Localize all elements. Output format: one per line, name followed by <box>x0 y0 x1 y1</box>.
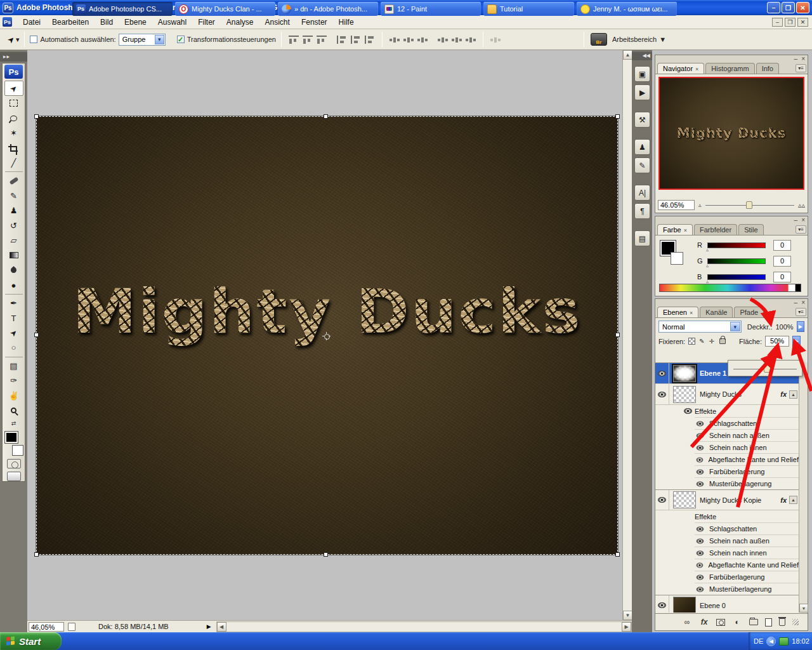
slice-tool[interactable]: ╱ <box>4 156 23 170</box>
tab-stile[interactable]: Stile <box>738 224 763 235</box>
bridge-button[interactable]: Br <box>591 33 607 46</box>
layer-name[interactable]: Mighty Ducks Kopie <box>700 496 761 504</box>
panel-close-icon[interactable]: × <box>801 56 805 62</box>
layer-name[interactable]: Ebene 0 <box>700 602 726 609</box>
eye-icon[interactable] <box>697 433 704 438</box>
eye-icon[interactable] <box>697 469 704 474</box>
document-canvas[interactable]: Mighty Ducks <box>36 116 618 555</box>
new-group-icon[interactable] <box>749 619 758 625</box>
green-channel-value[interactable]: 0 <box>773 256 791 267</box>
collapse-effects-icon[interactable]: ▲ <box>789 390 797 399</box>
slider-thumb[interactable] <box>746 201 752 209</box>
eye-icon[interactable] <box>697 587 704 592</box>
red-channel-slider[interactable]: ▵ <box>707 242 766 248</box>
menu-filter[interactable]: Filter <box>192 16 221 29</box>
scroll-down-icon[interactable]: ▼ <box>799 604 808 613</box>
opacity-slider-arrow[interactable]: ▶ <box>797 321 804 332</box>
distribute-bottom-edges-icon[interactable] <box>417 36 428 44</box>
path-selection-tool[interactable]: ➤ <box>4 326 23 340</box>
panel-close-icon[interactable]: × <box>801 300 805 305</box>
dodge-tool[interactable]: ● <box>4 277 23 292</box>
dropdown-arrow-icon[interactable]: ▾ <box>730 322 740 331</box>
align-top-edges-icon[interactable] <box>289 36 299 44</box>
link-layers-icon[interactable]: ∞ <box>682 618 692 627</box>
transform-handle[interactable] <box>324 114 328 119</box>
eye-icon[interactable] <box>697 445 704 450</box>
tab-histogramm[interactable]: Histogramm <box>705 63 754 74</box>
transform-reference-point[interactable] <box>322 332 331 340</box>
canvas-horizontal-scrollbar[interactable]: ◀ ▶ <box>216 621 632 632</box>
layer-name[interactable]: Ebene 1 <box>700 369 726 377</box>
language-indicator[interactable]: DE <box>754 637 763 645</box>
effects-header-row[interactable]: Effekte <box>655 510 799 522</box>
layer-row-mighty-ducks[interactable]: Mighty Ducks fx ▲ <box>655 384 799 405</box>
menu-datei[interactable]: Datei <box>17 16 46 29</box>
menu-ansicht[interactable]: Ansicht <box>259 16 296 29</box>
distribute-horizontal-centers-icon[interactable] <box>452 36 462 44</box>
zoom-out-icon[interactable]: ▵ <box>698 202 702 208</box>
quick-selection-tool[interactable]: ✶ <box>4 126 23 140</box>
taskbar-item-messenger[interactable]: Jenny M. - ωσяuм ωει... <box>577 2 677 16</box>
scroll-down-icon[interactable]: ▼ <box>623 611 632 620</box>
crop-tool[interactable] <box>4 140 23 155</box>
quick-mask-button[interactable] <box>7 459 21 469</box>
scroll-up-icon[interactable]: ▲ <box>623 50 632 60</box>
shape-tool[interactable]: ○ <box>4 340 23 355</box>
fill-slider-arrow[interactable]: ▶ <box>792 336 801 347</box>
lock-position-icon[interactable]: ✛ <box>709 338 714 345</box>
tray-app-icon[interactable] <box>779 637 789 646</box>
menu-auswahl[interactable]: Auswahl <box>152 16 192 29</box>
lock-transparency-icon[interactable] <box>688 338 695 345</box>
green-channel-slider[interactable]: ▵ <box>707 258 766 264</box>
tool-presets-panel-icon[interactable]: ⚒ <box>634 112 650 128</box>
blue-channel-value[interactable]: 0 <box>773 272 791 282</box>
layer-effect-row[interactable]: Schlagschatten <box>695 417 799 429</box>
doc-close-button[interactable]: ✕ <box>797 18 808 27</box>
clone-stamp-tool[interactable]: ♟ <box>4 203 23 218</box>
background-color-swatch[interactable] <box>13 446 23 455</box>
eye-icon[interactable] <box>697 574 704 580</box>
eye-icon[interactable] <box>684 408 692 414</box>
visibility-cell[interactable] <box>655 384 669 404</box>
lock-pixels-icon[interactable]: ✎ <box>699 338 704 345</box>
eye-icon[interactable] <box>697 421 704 426</box>
new-layer-icon[interactable] <box>765 618 772 627</box>
move-tool[interactable]: ➤ <box>4 81 23 96</box>
transform-handle[interactable] <box>615 552 620 557</box>
resize-grip[interactable] <box>792 619 799 625</box>
taskbar-item-mighty-ducks-clan[interactable]: O Mighty Ducks Clan - ... <box>175 2 275 16</box>
slider-thumb-icon[interactable]: ▵ <box>706 263 709 269</box>
collapse-effects-icon[interactable]: ▲ <box>789 496 797 504</box>
layer-effect-row[interactable]: Musterüberlagerung <box>695 477 799 489</box>
scroll-left-icon[interactable]: ◀ <box>217 622 226 632</box>
panel-menu-icon[interactable]: ▾≡ <box>796 64 806 72</box>
healing-brush-tool[interactable] <box>4 173 23 188</box>
eye-icon[interactable] <box>697 538 704 543</box>
transform-controls-checkbox[interactable]: ✓ <box>177 36 185 43</box>
zoom-level-field[interactable]: 46,05% <box>29 622 64 632</box>
fill-slider-thumb[interactable] <box>764 364 771 373</box>
hand-tool[interactable]: ✌ <box>4 388 23 403</box>
panel-close-icon[interactable]: × <box>801 218 805 223</box>
eye-icon[interactable] <box>658 602 666 608</box>
fill-value-field[interactable]: 50% <box>765 336 789 347</box>
add-layer-style-icon[interactable]: fx <box>699 618 709 627</box>
tab-farbfelder[interactable]: Farbfelder <box>694 224 737 235</box>
workspace-label[interactable]: Arbeitsbereich <box>612 36 657 43</box>
layer-effect-row[interactable]: Schein nach innen <box>695 441 799 453</box>
layer-thumbnail[interactable] <box>673 597 696 613</box>
eye-icon[interactable] <box>697 526 704 531</box>
panel-dock-expand-handle[interactable]: ◀◀ <box>632 52 652 60</box>
distribute-vertical-centers-icon[interactable] <box>403 36 414 44</box>
color-spectrum-bar[interactable] <box>659 284 801 292</box>
workspace-arrow-icon[interactable]: ▼ <box>659 36 666 43</box>
distribute-left-edges-icon[interactable] <box>438 36 448 44</box>
tab-info[interactable]: Info <box>756 63 779 74</box>
zoom-in-icon[interactable]: ▵▵ <box>798 201 805 209</box>
panel-menu-icon[interactable]: ▾≡ <box>796 308 806 316</box>
transform-handle[interactable] <box>34 114 39 119</box>
navigator-zoom-slider[interactable] <box>705 205 794 206</box>
layer-effect-row[interactable]: Musterüberlagerung <box>695 583 799 595</box>
layer-thumbnail[interactable] <box>673 491 696 508</box>
tab-close-icon[interactable]: × <box>695 66 698 72</box>
